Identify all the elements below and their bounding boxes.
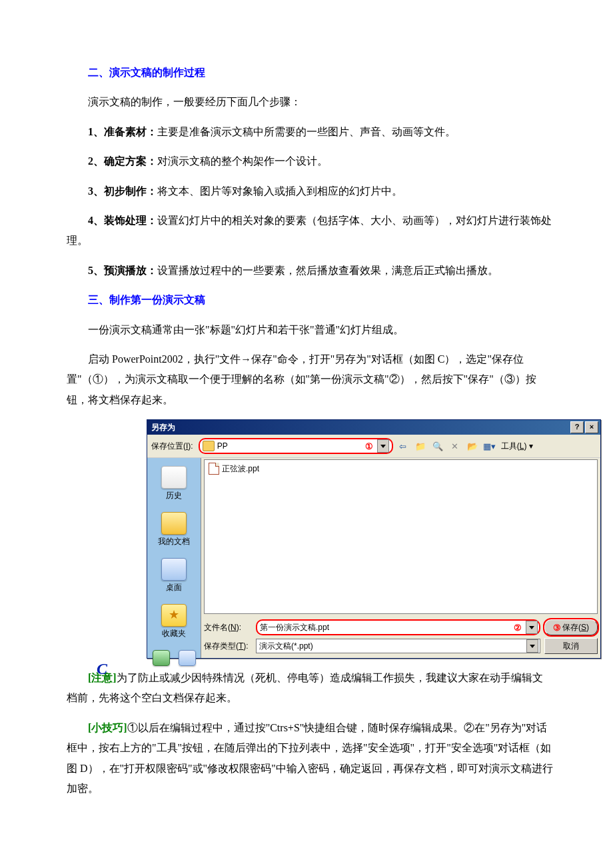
step-1: 1、准备素材：主要是准备演示文稿中所需要的一些图片、声音、动画等文件。 xyxy=(67,122,553,142)
para-intro-3: 一份演示文稿通常由一张"标题"幻灯片和若干张"普通"幻灯片组成。 xyxy=(67,320,553,340)
savetype-value: 演示文稿(*.ppt) xyxy=(259,641,526,652)
cancel-button[interactable]: 取消 xyxy=(544,638,598,654)
places-favorites-label: 收藏夹 xyxy=(149,628,199,639)
step-5: 5、预演播放：设置播放过程中的一些要素，然后播放查看效果，满意后正式输出播放。 xyxy=(67,261,553,281)
places-mydocs-label: 我的文档 xyxy=(149,536,199,547)
search-icon[interactable]: 🔍 xyxy=(430,439,445,453)
places-history[interactable]: 历史 xyxy=(147,462,201,508)
note-body: 为了防止或减少因特殊情况（死机、停电等）造成编辑工作损失，我建议大家在动手编辑文… xyxy=(67,672,543,703)
step-2-text: 对演示文稿的整个构架作一个设计。 xyxy=(157,155,328,167)
para-start-3: 启动 PowerPoint2002，执行"文件→保存"命令，打开"另存为"对话框… xyxy=(67,349,553,410)
file-item[interactable]: 正弦波.ppt xyxy=(209,463,593,475)
tools-menu[interactable]: 工具(L) ▾ xyxy=(501,441,533,452)
step-5-text: 设置播放过程中的一些要素，然后播放查看效果，满意后正式输出播放。 xyxy=(157,265,498,276)
close-button[interactable]: × xyxy=(585,421,598,433)
places-desktop-label: 桌面 xyxy=(149,582,199,593)
tip-para: [小技巧]①以后在编辑过程中，通过按"Ctrs+S"快捷组合键，随时保存编辑成果… xyxy=(67,718,553,799)
step-2: 2、确定方案：对演示文稿的整个构架作一个设计。 xyxy=(67,151,553,171)
heading-section-3: 三、制作第一份演示文稿 xyxy=(67,290,553,310)
monitor-icon xyxy=(179,650,196,666)
dialog-titlebar[interactable]: 另存为 ? × xyxy=(147,420,600,435)
new-folder-icon[interactable]: 📂 xyxy=(465,439,480,453)
filename-label: 文件名(N): xyxy=(204,622,252,633)
places-desktop[interactable]: 桌面 xyxy=(147,554,201,600)
step-3-text: 将文本、图片等对象输入或插入到相应的幻灯片中。 xyxy=(157,185,402,197)
save-location-combo[interactable]: PP ① xyxy=(199,438,393,454)
places-bar: 历史 我的文档 桌面 收藏夹 xyxy=(147,458,201,658)
save-as-dialog: C 另存为 ? × 保存位置(I): PP ① ⇦ 📁 🔍 ✕ 📂 ▦▾ 工具(… xyxy=(147,419,601,659)
step-5-bold: 5、预演播放： xyxy=(88,265,157,276)
note-para: [注意]为了防止或减少因特殊情况（死机、停电等）造成编辑工作损失，我建议大家在动… xyxy=(67,668,553,709)
callout-1: ① xyxy=(365,441,373,451)
chevron-down-icon[interactable] xyxy=(377,439,389,453)
places-favorites[interactable]: 收藏夹 xyxy=(147,600,201,646)
figure-label-c: C xyxy=(97,660,107,678)
savetype-combo[interactable]: 演示文稿(*.ppt) xyxy=(256,639,540,653)
step-1-text: 主要是准备演示文稿中所需要的一些图片、声音、动画等文件。 xyxy=(157,126,456,137)
delete-icon[interactable]: ✕ xyxy=(448,439,462,453)
step-1-bold: 1、准备素材： xyxy=(88,126,157,137)
callout-2: ② xyxy=(514,623,522,633)
callout-3: ③ xyxy=(553,623,561,633)
step-3: 3、初步制作：将文本、图片等对象输入或插入到相应的幻灯片中。 xyxy=(67,181,553,201)
desktop-icon xyxy=(161,558,187,581)
save-button[interactable]: ③ 保存(S) xyxy=(544,619,598,635)
favorites-icon xyxy=(161,604,187,627)
filename-value: 第一份演示文稿.ppt xyxy=(260,622,510,633)
file-area: 正弦波.ppt 文件名(N): 第一份演示文稿.ppt ② ③ 保存(S) xyxy=(201,458,600,658)
back-icon[interactable]: ⇦ xyxy=(396,439,410,453)
step-2-bold: 2、确定方案： xyxy=(88,155,157,167)
places-history-label: 历史 xyxy=(149,490,199,501)
tip-tag: [小技巧] xyxy=(88,722,127,733)
tip-body: ①以后在编辑过程中，通过按"Ctrs+S"快捷组合键，随时保存编辑成果。②在"另… xyxy=(67,722,553,794)
mydocs-icon xyxy=(161,512,187,535)
chevron-down-icon[interactable] xyxy=(526,621,538,634)
bottom-controls: 文件名(N): 第一份演示文稿.ppt ② ③ 保存(S) 保存类型(T): xyxy=(201,615,600,658)
ppt-file-icon xyxy=(209,463,219,475)
save-location-value: PP xyxy=(217,441,361,451)
folder-icon xyxy=(203,441,215,451)
savetype-label: 保存类型(T): xyxy=(204,641,252,652)
chevron-down-icon[interactable] xyxy=(526,639,538,653)
dialog-toolbar: 保存位置(I): PP ① ⇦ 📁 🔍 ✕ 📂 ▦▾ 工具(L) ▾ xyxy=(147,435,600,458)
places-network[interactable] xyxy=(147,646,201,674)
history-icon xyxy=(161,466,187,489)
filename-combo[interactable]: 第一份演示文稿.ppt ② xyxy=(256,619,540,635)
views-icon[interactable]: ▦▾ xyxy=(482,439,497,453)
dialog-title: 另存为 xyxy=(151,422,175,433)
heading-section-2: 二、演示文稿的制作过程 xyxy=(67,63,553,83)
dialog-body: 历史 我的文档 桌面 收藏夹 xyxy=(147,458,600,658)
network-icon xyxy=(153,650,170,666)
save-location-label: 保存位置(I): xyxy=(151,441,193,452)
step-4: 4、装饰处理：设置幻灯片中的相关对象的要素（包括字体、大小、动画等），对幻灯片进… xyxy=(67,211,553,251)
para-intro-2: 演示文稿的制作，一般要经历下面几个步骤： xyxy=(67,92,553,112)
file-item-name: 正弦波.ppt xyxy=(222,463,259,475)
places-mydocs[interactable]: 我的文档 xyxy=(147,508,201,554)
up-folder-icon[interactable]: 📁 xyxy=(413,439,428,453)
file-list[interactable]: 正弦波.ppt xyxy=(204,459,598,614)
step-3-bold: 3、初步制作： xyxy=(88,185,157,197)
help-button[interactable]: ? xyxy=(570,421,584,433)
step-4-bold: 4、装饰处理： xyxy=(88,215,157,226)
